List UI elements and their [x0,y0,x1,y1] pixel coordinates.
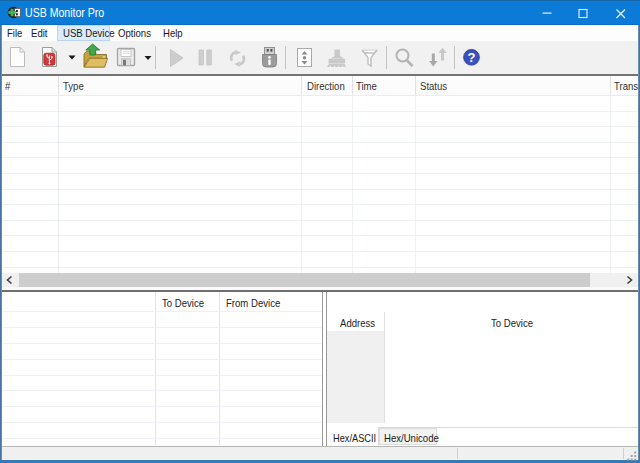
svg-text:?: ? [468,50,476,65]
